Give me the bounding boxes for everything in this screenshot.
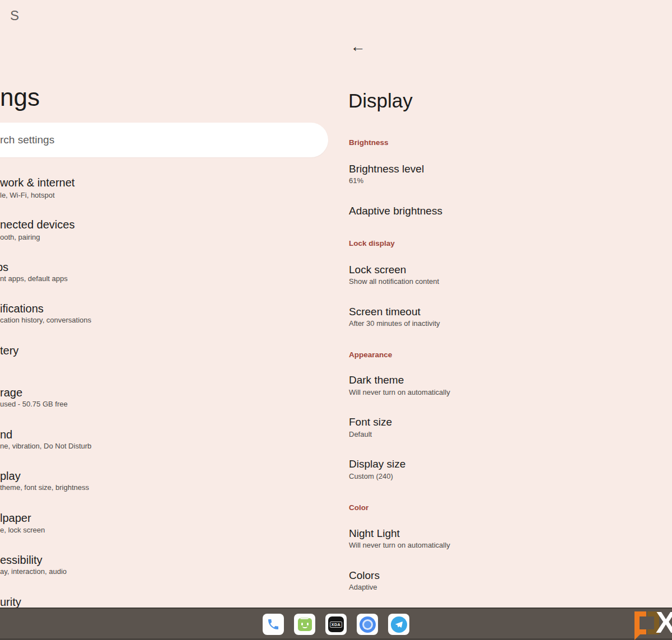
item-screen-timeout-value: After 30 minutes of inactivity xyxy=(349,320,440,328)
sidebar-item-display-subtitle: theme, font size, brightness xyxy=(0,484,89,492)
sidebar-item-notifications-subtitle: cation history, conversations xyxy=(0,316,91,324)
taskbar: XDA xyxy=(0,608,672,640)
item-lock-screen[interactable]: Lock screen xyxy=(349,264,406,276)
item-night-light-value: Will never turn on automatically xyxy=(349,541,450,549)
sidebar-item-wallpaper-subtitle: e, lock screen xyxy=(0,526,45,534)
section-header-brightness: Brightness xyxy=(349,139,389,147)
phone-icon xyxy=(267,618,280,631)
xda-watermark-tail xyxy=(634,633,641,640)
section-header-color: Color xyxy=(349,504,368,512)
back-button[interactable]: ← xyxy=(348,38,367,55)
sidebar-item-connected-devices[interactable]: nected devices xyxy=(0,218,74,231)
dock-xda[interactable]: XDA xyxy=(325,614,347,635)
sidebar-item-apps[interactable]: ps xyxy=(0,261,8,273)
sidebar-item-security[interactable]: urity xyxy=(0,596,21,608)
search-bar[interactable]: rch settings xyxy=(0,123,328,157)
sidebar-item-sound[interactable]: nd xyxy=(0,428,12,441)
item-brightness-level[interactable]: Brightness level xyxy=(349,163,424,175)
item-colors[interactable]: Colors xyxy=(349,570,380,582)
item-display-size-value: Custom (240) xyxy=(349,473,393,480)
sidebar-item-storage[interactable]: rage xyxy=(0,386,22,399)
item-brightness-level-value: 61% xyxy=(349,177,363,185)
item-lock-screen-value: Show all notification content xyxy=(349,278,439,286)
dock-phone[interactable] xyxy=(263,614,284,635)
sidebar-item-connected-devices-subtitle: ooth, pairing xyxy=(0,233,40,241)
dock-messages[interactable] xyxy=(294,614,315,635)
sidebar-item-wallpaper[interactable]: lpaper xyxy=(0,512,31,524)
item-night-light[interactable]: Night Light xyxy=(349,528,400,540)
messages-icon xyxy=(298,618,312,631)
item-font-size-value: Default xyxy=(349,431,372,438)
sidebar-item-storage-subtitle: used - 50.75 GB free xyxy=(0,400,68,408)
xda-icon: XDA xyxy=(328,616,344,632)
sidebar-item-accessibility[interactable]: essibility xyxy=(0,554,43,566)
item-colors-value: Adaptive xyxy=(349,583,377,591)
item-display-size[interactable]: Display size xyxy=(349,459,405,470)
xda-watermark-x: X xyxy=(656,607,672,637)
dock-telegram[interactable] xyxy=(388,614,409,635)
corner-glyph: S xyxy=(10,9,19,22)
sidebar-item-accessibility-subtitle: ay, interaction, audio xyxy=(0,568,67,576)
item-dark-theme[interactable]: Dark theme xyxy=(349,375,404,386)
sidebar-item-network-subtitle: le, Wi-Fi, hotspot xyxy=(0,191,55,199)
dock-chromium[interactable] xyxy=(357,614,378,635)
search-placeholder: rch settings xyxy=(0,134,54,146)
dock: XDA xyxy=(0,614,672,635)
xda-watermark-bracket-left xyxy=(634,611,646,634)
chromium-icon xyxy=(360,616,376,633)
page-title: Display xyxy=(348,90,413,112)
item-adaptive-brightness[interactable]: Adaptive brightness xyxy=(349,205,442,217)
section-header-lock-display: Lock display xyxy=(349,240,395,248)
sidebar-item-notifications[interactable]: ifications xyxy=(0,302,44,315)
sidebar-item-battery[interactable]: tery xyxy=(0,344,18,357)
sidebar-item-display[interactable]: play xyxy=(0,470,21,482)
item-dark-theme-value: Will never turn on automatically xyxy=(349,389,450,396)
sidebar-item-sound-subtitle: ne, vibration, Do Not Disturb xyxy=(0,442,91,450)
section-header-appearance: Appearance xyxy=(349,351,392,359)
telegram-icon xyxy=(391,616,407,633)
sidebar-item-apps-subtitle: nt apps, default apps xyxy=(0,275,68,283)
item-screen-timeout[interactable]: Screen timeout xyxy=(349,306,421,318)
item-font-size[interactable]: Font size xyxy=(349,417,392,428)
settings-title-fragment: ngs xyxy=(0,85,40,110)
sidebar-item-network[interactable]: work & internet xyxy=(0,176,74,189)
